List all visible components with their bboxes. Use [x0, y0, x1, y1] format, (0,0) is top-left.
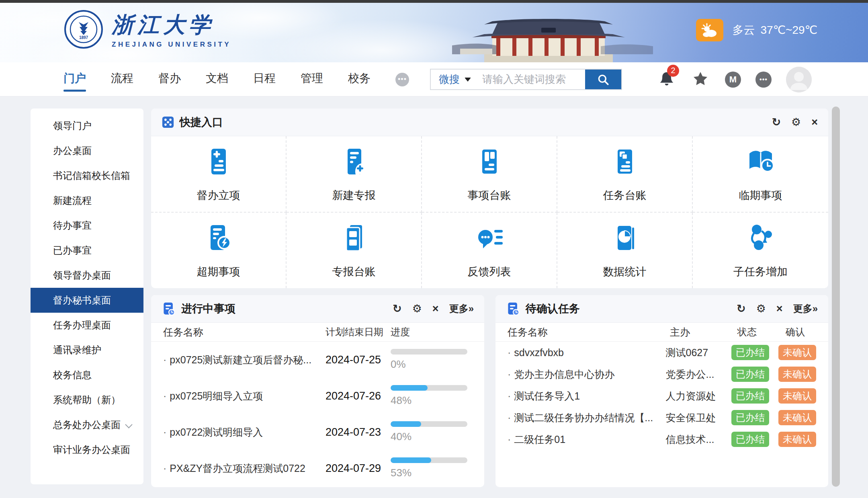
progress-bar-fill [391, 421, 421, 427]
pending-confirm-panel: 待确认任务 ↻ ⚙ × 更多» 任务名称 主办 状态 确认 sdvxzfvbxb… [495, 295, 828, 487]
quick-entry-label: 临期事项 [739, 188, 782, 203]
table-row[interactable]: px0722测试明细导入 2024-07-23 40% [151, 414, 484, 450]
sidebar-item[interactable]: 已办事宜 [31, 238, 143, 263]
page-body: 领导门户 办公桌面 书记信箱校长信箱 新建流程 待办事宜 已办事宜 领导督办桌面 [0, 97, 868, 498]
user-avatar[interactable] [786, 67, 812, 92]
panel-title: 快捷入口 [180, 115, 223, 129]
nav-tab[interactable]: 文档 [206, 62, 228, 96]
search-engine-selector[interactable]: 微搜 [439, 72, 471, 86]
sidebar-item[interactable]: 校务信息 [31, 363, 143, 387]
refresh-icon[interactable]: ↻ [772, 117, 781, 128]
refresh-icon[interactable]: ↻ [737, 303, 746, 314]
sidebar-item[interactable]: 系统帮助（新） [31, 387, 143, 412]
quick-entry-item[interactable]: 子任务增加 [693, 213, 828, 288]
sidebar-item[interactable]: 任务办理桌面 [31, 313, 143, 338]
sidebar-item[interactable]: 新建流程 [31, 188, 143, 213]
table-row[interactable]: 测试任务导入1 人力资源处 已办结 未确认 [495, 385, 828, 407]
more-link[interactable]: 更多» [449, 302, 474, 315]
table-row[interactable]: sdvxzfvbxb 测试0627 已办结 未确认 [495, 342, 828, 363]
refresh-icon[interactable]: ↻ [393, 303, 402, 314]
nav-tab[interactable]: 校务 [348, 62, 371, 96]
close-icon[interactable]: × [432, 303, 439, 314]
sidebar-item-label: 领导督办桌面 [53, 270, 111, 281]
close-icon[interactable]: × [776, 303, 783, 314]
search-input[interactable] [482, 73, 585, 86]
pending-confirm-table-header: 任务名称 主办 状态 确认 [495, 323, 828, 342]
nav-tab[interactable]: 管理 [301, 62, 323, 96]
page-scrollbar[interactable] [832, 107, 840, 487]
sidebar-item[interactable]: 督办秘书桌面 [31, 288, 143, 313]
table-row[interactable]: 二级任务01 信息技术... 已办结 未确认 [495, 428, 828, 450]
star-icon [692, 70, 709, 87]
sidebar-item-label: 办公桌面 [53, 145, 92, 156]
university-brand[interactable]: 1897 浙江大学 ZHEJIANG UNIVERSITY [63, 9, 231, 49]
notifications-button[interactable]: 2 [658, 70, 675, 89]
weather-widget[interactable]: 多云37℃~29℃ [696, 19, 823, 41]
quick-entry-item[interactable]: 反馈列表 [422, 213, 557, 288]
quick-entry-item[interactable]: 数据统计 [557, 213, 693, 288]
chevron-down-icon [465, 78, 471, 82]
nav-tabs: 门户流程督办文档日程管理校务 ••• [63, 62, 409, 96]
column-header-status: 状态 [737, 326, 786, 338]
quick-entry-icon [473, 146, 506, 178]
quick-entry-label: 子任务增加 [733, 264, 788, 279]
navbar-right-icons: 2 M ••• [658, 62, 812, 96]
sidebar-item-label: 领导门户 [53, 120, 92, 131]
column-header-name: 任务名称 [163, 326, 326, 339]
pending-confirm-header: 待确认任务 ↻ ⚙ × 更多» [495, 295, 828, 323]
table-row[interactable]: PX&ZY督办立项流程测试0722 2024-07-29 53% [151, 450, 484, 486]
progress-bar-track [391, 457, 467, 463]
quick-entry-item[interactable]: 专报台账 [287, 213, 422, 288]
favorites-button[interactable] [692, 70, 709, 89]
settings-gear-icon[interactable]: ⚙ [412, 303, 422, 314]
quick-entry-label: 督办立项 [197, 188, 240, 203]
status-badge: 已办结 [731, 345, 769, 361]
profile-initial-button[interactable]: M [725, 72, 741, 88]
notification-badge: 2 [667, 65, 679, 77]
task-name: px0725测试新建立项后督办秘... [163, 353, 326, 367]
more-link[interactable]: 更多» [793, 302, 818, 315]
nav-tab[interactable]: 督办 [158, 62, 181, 96]
in-progress-table-body: px0725测试新建立项后督办秘... 2024-07-25 0% px0725… [151, 342, 484, 486]
table-row[interactable]: px0725明细导入立项 2024-07-26 48% [151, 378, 484, 414]
task-end-date: 2024-07-25 [326, 354, 391, 366]
sidebar-item[interactable]: 待办事宜 [31, 213, 143, 238]
sidebar-item[interactable]: 总务处办公桌面 [31, 412, 143, 437]
sidebar-item[interactable]: 领导督办桌面 [31, 263, 143, 288]
task-status: 已办结 [731, 432, 778, 447]
sidebar-item[interactable]: 领导门户 [31, 113, 143, 138]
dice-grid-icon [162, 116, 174, 129]
quick-entry-icon [338, 222, 370, 254]
table-row[interactable]: px0725测试新建立项后督办秘... 2024-07-25 0% [151, 342, 484, 378]
more-menu-button[interactable]: ••• [755, 72, 772, 88]
nav-tab[interactable]: 门户 [63, 62, 86, 96]
sidebar-item[interactable]: 办公桌面 [31, 138, 143, 163]
sidebar-item[interactable]: 审计业务办公桌面 [31, 437, 143, 462]
quick-entry-item[interactable]: 新建专报 [287, 136, 422, 213]
sidebar-item-label: 校务信息 [53, 369, 92, 380]
nav-tab[interactable]: 流程 [111, 62, 133, 96]
close-icon[interactable]: × [811, 117, 818, 128]
table-row[interactable]: 党办主办信息中心协办 党委办公... 已办结 未确认 [495, 363, 828, 385]
sidebar-item[interactable]: 书记信箱校长信箱 [31, 163, 143, 188]
nav-more-button[interactable]: ••• [395, 73, 409, 86]
settings-gear-icon[interactable]: ⚙ [756, 303, 766, 314]
ellipsis-icon: ••• [760, 76, 768, 83]
confirm-badge: 未确认 [778, 345, 816, 361]
task-name: 党办主办信息中心协办 [508, 368, 665, 381]
nav-tab[interactable]: 日程 [253, 62, 276, 96]
quick-entry-item[interactable]: 事项台账 [422, 136, 557, 213]
quick-entry-grid: 督办立项 新建专报 事项台账 任务台账 临期事项 [151, 136, 828, 288]
quick-entry-item[interactable]: 超期事项 [151, 213, 287, 288]
search-button[interactable] [585, 70, 621, 89]
settings-gear-icon[interactable]: ⚙ [791, 117, 801, 128]
status-badge: 已办结 [731, 388, 769, 404]
table-row[interactable]: 测试二级任务协办办结情况【... 安全保卫处 已办结 未确认 [495, 407, 828, 428]
quick-entry-item[interactable]: 任务台账 [557, 136, 693, 213]
quick-entry-item[interactable]: 督办立项 [151, 136, 287, 213]
person-silhouette-icon [786, 67, 812, 92]
quick-entry-item[interactable]: 临期事项 [693, 136, 828, 213]
sidebar-item[interactable]: 通讯录维护 [31, 338, 143, 363]
sidebar-item-label: 书记信箱校长信箱 [53, 170, 130, 181]
task-confirm: 未确认 [778, 410, 816, 426]
